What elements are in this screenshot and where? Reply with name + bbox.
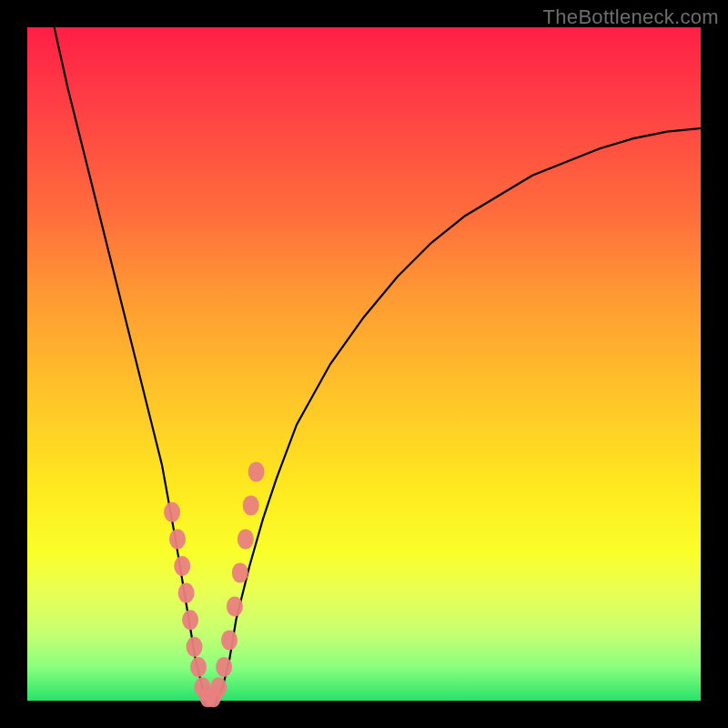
highlight-dot — [216, 657, 232, 677]
highlight-dot — [221, 630, 238, 650]
highlight-dot — [169, 529, 186, 549]
highlight-dot — [174, 556, 190, 576]
chart-svg — [27, 27, 701, 701]
watermark-text: TheBottleneck.com — [543, 5, 719, 29]
highlight-dot — [248, 461, 265, 481]
highlight-dot — [178, 583, 195, 603]
highlight-dot — [187, 637, 203, 657]
highlight-dot — [243, 495, 259, 515]
highlight-dot — [190, 657, 207, 677]
highlight-dot — [238, 529, 254, 549]
highlight-dot — [210, 677, 227, 697]
highlight-dot — [182, 610, 198, 630]
highlight-dot — [227, 596, 243, 616]
chart-frame: TheBottleneck.com — [0, 0, 728, 728]
highlight-dot — [232, 562, 248, 582]
highlight-dot — [164, 502, 180, 522]
highlight-dots — [164, 461, 265, 707]
bottleneck-curve — [55, 27, 701, 701]
plot-area — [27, 27, 701, 701]
